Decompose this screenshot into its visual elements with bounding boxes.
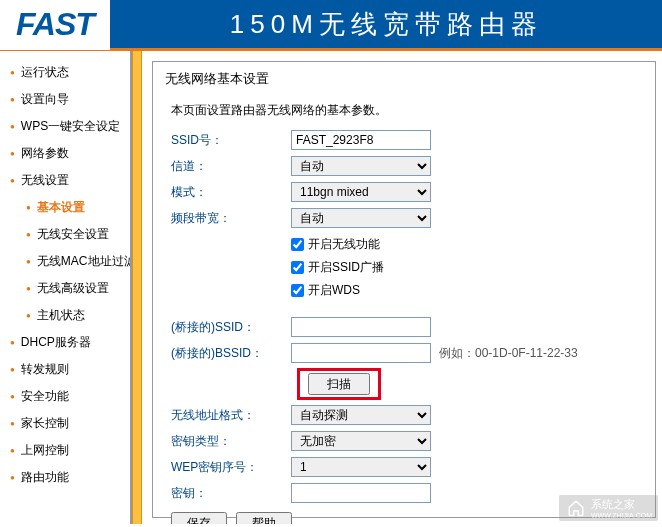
bullet-icon: ● xyxy=(10,392,15,401)
scan-button[interactable]: 扫描 xyxy=(308,373,370,395)
mode-select[interactable]: 11bgn mixed xyxy=(291,182,431,202)
bridge-bssid-hint: 例如：00-1D-0F-11-22-33 xyxy=(439,345,578,362)
enable-wireless-label: 开启无线功能 xyxy=(308,236,380,253)
bullet-icon: ● xyxy=(26,257,31,266)
sidebar-item-label: 运行状态 xyxy=(21,65,69,79)
key-type-label: 密钥类型： xyxy=(171,433,291,450)
bullet-icon: ● xyxy=(10,473,15,482)
bridge-ssid-label: (桥接的)SSID： xyxy=(171,319,291,336)
sidebar-item-0[interactable]: ●运行状态 xyxy=(6,59,130,86)
bullet-icon: ● xyxy=(10,68,15,77)
sidebar-item-9[interactable]: ●主机状态 xyxy=(6,302,130,329)
addr-format-label: 无线地址格式： xyxy=(171,407,291,424)
sidebar-item-label: WPS一键安全设定 xyxy=(21,119,120,133)
bridge-ssid-input[interactable] xyxy=(291,317,431,337)
sidebar: ●运行状态●设置向导●WPS一键安全设定●网络参数●无线设置●基本设置●无线安全… xyxy=(0,51,132,524)
ssid-input[interactable] xyxy=(291,130,431,150)
addr-format-select[interactable]: 自动探测 xyxy=(291,405,431,425)
bullet-icon: ● xyxy=(10,176,15,185)
bullet-icon: ● xyxy=(10,122,15,131)
enable-wds-label: 开启WDS xyxy=(308,282,360,299)
key-label: 密钥： xyxy=(171,485,291,502)
header-title: 150M无线宽带路由器 xyxy=(230,7,543,42)
sidebar-item-label: 基本设置 xyxy=(37,200,85,214)
wep-index-select[interactable]: 1 xyxy=(291,457,431,477)
bullet-icon: ● xyxy=(10,365,15,374)
bullet-icon: ● xyxy=(10,149,15,158)
mode-label: 模式： xyxy=(171,184,291,201)
scan-highlight-box: 扫描 xyxy=(297,368,381,400)
sidebar-item-label: 无线设置 xyxy=(21,173,69,187)
sidebar-item-label: 路由功能 xyxy=(21,470,69,484)
sidebar-item-1[interactable]: ●设置向导 xyxy=(6,86,130,113)
sidebar-item-10[interactable]: ●DHCP服务器 xyxy=(6,329,130,356)
sidebar-item-label: 无线MAC地址过滤 xyxy=(37,254,132,268)
sidebar-item-14[interactable]: ●上网控制 xyxy=(6,437,130,464)
sidebar-item-label: 主机状态 xyxy=(37,308,85,322)
sidebar-item-4[interactable]: ●无线设置 xyxy=(6,167,130,194)
ssid-label: SSID号： xyxy=(171,132,291,149)
bullet-icon: ● xyxy=(10,338,15,347)
sidebar-item-15[interactable]: ●路由功能 xyxy=(6,464,130,491)
sidebar-item-label: 无线高级设置 xyxy=(37,281,109,295)
panel-title: 无线网络基本设置 xyxy=(165,70,643,88)
key-type-select[interactable]: 无加密 xyxy=(291,431,431,451)
sidebar-item-7[interactable]: ●无线MAC地址过滤 xyxy=(6,248,130,275)
bullet-icon: ● xyxy=(26,311,31,320)
panel-description: 本页面设置路由器无线网络的基本参数。 xyxy=(171,102,643,119)
help-button[interactable]: 帮助 xyxy=(236,512,292,524)
bullet-icon: ● xyxy=(10,419,15,428)
save-button[interactable]: 保存 xyxy=(171,512,227,524)
sidebar-item-3[interactable]: ●网络参数 xyxy=(6,140,130,167)
enable-wds-checkbox[interactable] xyxy=(291,284,304,297)
bullet-icon: ● xyxy=(10,95,15,104)
bandwidth-select[interactable]: 自动 xyxy=(291,208,431,228)
sidebar-item-label: 安全功能 xyxy=(21,389,69,403)
bullet-icon: ● xyxy=(10,446,15,455)
sidebar-item-label: 上网控制 xyxy=(21,443,69,457)
bridge-bssid-input[interactable] xyxy=(291,343,431,363)
sidebar-item-11[interactable]: ●转发规则 xyxy=(6,356,130,383)
enable-wireless-checkbox[interactable] xyxy=(291,238,304,251)
settings-panel: 无线网络基本设置 本页面设置路由器无线网络的基本参数。 SSID号： 信道： 自… xyxy=(152,61,656,518)
main-content: 无线网络基本设置 本页面设置路由器无线网络的基本参数。 SSID号： 信道： 自… xyxy=(142,51,662,524)
sidebar-item-12[interactable]: ●安全功能 xyxy=(6,383,130,410)
sidebar-item-label: 家长控制 xyxy=(21,416,69,430)
sidebar-item-8[interactable]: ●无线高级设置 xyxy=(6,275,130,302)
sidebar-item-label: 转发规则 xyxy=(21,362,69,376)
sidebar-item-label: 无线安全设置 xyxy=(37,227,109,241)
sidebar-item-13[interactable]: ●家长控制 xyxy=(6,410,130,437)
enable-ssid-broadcast-label: 开启SSID广播 xyxy=(308,259,384,276)
bandwidth-label: 频段带宽： xyxy=(171,210,291,227)
key-input[interactable] xyxy=(291,483,431,503)
brand-logo: FAST xyxy=(0,0,110,50)
sidebar-item-2[interactable]: ●WPS一键安全设定 xyxy=(6,113,130,140)
bullet-icon: ● xyxy=(26,230,31,239)
sidebar-item-label: 设置向导 xyxy=(21,92,69,106)
sidebar-item-5[interactable]: ●基本设置 xyxy=(6,194,130,221)
bridge-bssid-label: (桥接的)BSSID： xyxy=(171,345,291,362)
sidebar-item-label: DHCP服务器 xyxy=(21,335,91,349)
sidebar-separator xyxy=(132,51,142,524)
bullet-icon: ● xyxy=(26,284,31,293)
wep-index-label: WEP密钥序号： xyxy=(171,459,291,476)
channel-label: 信道： xyxy=(171,158,291,175)
enable-ssid-broadcast-checkbox[interactable] xyxy=(291,261,304,274)
header: FAST 150M无线宽带路由器 xyxy=(0,0,662,51)
bullet-icon: ● xyxy=(26,203,31,212)
sidebar-item-label: 网络参数 xyxy=(21,146,69,160)
sidebar-item-6[interactable]: ●无线安全设置 xyxy=(6,221,130,248)
channel-select[interactable]: 自动 xyxy=(291,156,431,176)
